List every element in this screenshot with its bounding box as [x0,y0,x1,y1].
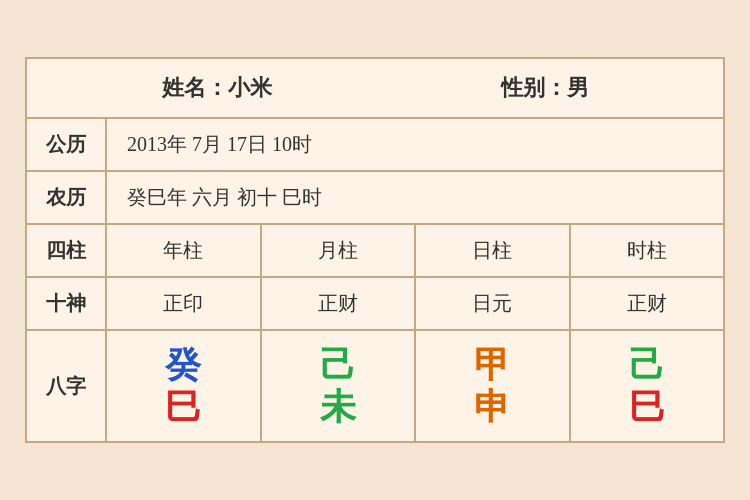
gregorian-row: 公历 2013年 7月 17日 10时 [27,119,723,172]
col-year: 年柱 [107,225,262,276]
bazi-month-bottom: 未 [320,389,356,425]
shishen-label: 十神 [27,278,107,329]
bazi-row: 八字 癸 巳 己 未 甲 申 己 巳 [27,331,723,441]
shishen-month: 正财 [262,278,417,329]
lunar-value: 癸巳年 六月 初十 巳时 [107,172,723,223]
lunar-row: 农历 癸巳年 六月 初十 巳时 [27,172,723,225]
lunar-label: 农历 [27,172,107,223]
bazi-day-bottom: 申 [474,389,510,425]
main-container: 姓名：小米 性别：男 公历 2013年 7月 17日 10时 农历 癸巳年 六月… [25,57,725,443]
shishen-year: 正印 [107,278,262,329]
col-day: 日柱 [416,225,571,276]
bazi-hour-top: 己 [629,347,665,383]
bazi-month-top: 己 [320,347,356,383]
header-row: 姓名：小米 性别：男 [27,59,723,119]
col-hour: 时柱 [571,225,724,276]
sijue-label: 四柱 [27,225,107,276]
bazi-day: 甲 申 [416,331,571,441]
col-month: 月柱 [262,225,417,276]
bazi-year-top: 癸 [165,347,201,383]
shishen-row: 十神 正印 正财 日元 正财 [27,278,723,331]
bazi-day-top: 甲 [474,347,510,383]
shishen-hour: 正财 [571,278,724,329]
bazi-month: 己 未 [262,331,417,441]
sijue-row: 四柱 年柱 月柱 日柱 时柱 [27,225,723,278]
bazi-label: 八字 [27,331,107,441]
name-label: 姓名：小米 [162,73,272,103]
gregorian-label: 公历 [27,119,107,170]
bazi-hour: 己 巳 [571,331,724,441]
bazi-year-bottom: 巳 [165,389,201,425]
gregorian-value: 2013年 7月 17日 10时 [107,119,723,170]
bazi-year: 癸 巳 [107,331,262,441]
gender-label: 性别：男 [501,73,589,103]
shishen-day: 日元 [416,278,571,329]
bazi-hour-bottom: 巳 [629,389,665,425]
